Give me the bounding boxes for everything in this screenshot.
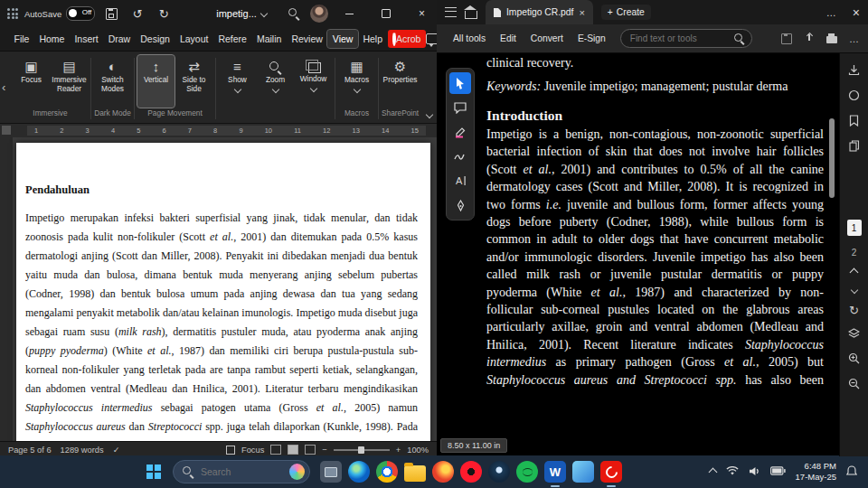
zoom-slider-thumb[interactable] <box>358 446 364 454</box>
pdf-tab[interactable]: Impetigo CR.pdf × <box>486 0 593 24</box>
save-icon[interactable] <box>781 33 792 44</box>
properties-button[interactable]: ⚙Properties <box>382 55 419 108</box>
autosave-switch[interactable]: Off <box>66 6 95 21</box>
start-button[interactable] <box>141 459 166 484</box>
share-upload-icon[interactable] <box>804 33 815 44</box>
taskbar-app-photos[interactable] <box>572 461 594 483</box>
menu-item-design[interactable]: Design <box>136 30 175 48</box>
select-tool[interactable] <box>449 72 471 94</box>
taskbar-search-input[interactable] <box>199 465 284 478</box>
side-to-side-button[interactable]: ⇄Side to Side <box>175 55 212 108</box>
zoom-out-icon[interactable] <box>848 378 860 391</box>
word-count[interactable]: 1289 words <box>61 446 104 455</box>
zoom-level[interactable]: 100% <box>407 446 429 455</box>
battery-icon[interactable] <box>770 466 786 477</box>
undo-button[interactable]: ↺ <box>127 4 147 23</box>
pdf-page-text[interactable]: clinical recovery. Keywords: Juvenile im… <box>486 54 824 389</box>
tab-stop-selector[interactable] <box>2 126 11 135</box>
taskbar-clock[interactable]: 6:48 PM 17-May-25 <box>796 461 836 483</box>
print-layout-icon[interactable] <box>288 445 298 455</box>
menu-item-insert[interactable]: Insert <box>70 30 103 48</box>
comment-tool[interactable] <box>449 97 471 118</box>
taskbar-search[interactable] <box>173 460 310 483</box>
zoom-in-button[interactable]: + <box>396 446 401 455</box>
toolbar-item-convert[interactable]: Convert <box>524 29 571 48</box>
zoom-out-button[interactable]: − <box>322 446 326 455</box>
fill-sign-tool[interactable] <box>449 194 471 216</box>
wifi-icon[interactable] <box>726 466 739 478</box>
ribbon-scroll-left[interactable]: ‹ <box>2 80 5 94</box>
layers-icon[interactable] <box>848 328 860 341</box>
taskbar-app-taskview[interactable] <box>320 461 342 483</box>
menu-item-mailings[interactable]: Mailin <box>251 30 286 48</box>
page-indicator[interactable]: Page 5 of 6 <box>8 446 52 455</box>
taskbar-app-spotify[interactable] <box>516 461 538 483</box>
show-button[interactable]: ≡Show <box>219 55 256 108</box>
current-page-indicator[interactable]: 1 <box>847 220 862 236</box>
hamburger-menu-icon[interactable] <box>445 7 457 17</box>
autosave-toggle[interactable]: AutoSave Off <box>24 6 95 21</box>
tab-close-icon[interactable]: × <box>579 7 584 18</box>
zoom-in-icon[interactable] <box>848 352 860 366</box>
acrobat-close-button[interactable]: × <box>853 5 860 20</box>
add-text-tool[interactable]: A <box>449 170 471 192</box>
volume-icon[interactable] <box>749 466 760 478</box>
web-layout-icon[interactable] <box>305 445 316 455</box>
focus-button[interactable]: ▣Focus <box>13 55 50 108</box>
vertical-ruler[interactable] <box>0 137 13 441</box>
search-button[interactable] <box>284 4 304 23</box>
menu-item-review[interactable]: Review <box>287 30 327 48</box>
ribbon-collapse-icon[interactable] <box>426 111 433 118</box>
taskbar-app-chrome[interactable] <box>376 461 398 483</box>
document-title[interactable]: impetig... <box>216 8 267 19</box>
bookmarks-icon[interactable] <box>849 115 859 128</box>
draw-tool[interactable] <box>449 145 471 167</box>
notifications-bell-icon[interactable] <box>846 465 857 479</box>
download-icon[interactable] <box>848 64 860 78</box>
find-input[interactable] <box>628 33 730 44</box>
minimize-button[interactable] <box>335 0 364 27</box>
taskbar-app-acrobat[interactable] <box>600 461 622 483</box>
find-bar[interactable] <box>620 29 752 48</box>
zoom-slider[interactable] <box>334 449 390 451</box>
chevron-down-icon[interactable] <box>850 286 857 294</box>
vertical-button[interactable]: ↕Vertical <box>137 55 175 108</box>
read-mode-icon[interactable] <box>270 445 281 455</box>
menu-item-help[interactable]: Help <box>358 30 388 48</box>
menu-item-file[interactable]: File <box>9 30 34 48</box>
redo-button[interactable]: ↻ <box>154 4 174 23</box>
menu-item-draw[interactable]: Draw <box>103 30 136 48</box>
search-highlights-icon[interactable] <box>289 464 305 480</box>
switch-modes-button[interactable]: ◐Switch Modes <box>94 55 131 108</box>
refresh-icon[interactable]: ↻ <box>849 305 859 316</box>
pdf-scrollbar[interactable] <box>829 118 835 198</box>
tray-chevron-up-icon[interactable] <box>708 467 717 476</box>
more-options-icon[interactable]: … <box>826 7 836 18</box>
create-button[interactable]: + Create <box>601 5 651 20</box>
highlight-tool[interactable] <box>449 121 471 143</box>
next-page-number[interactable]: 2 <box>852 248 857 258</box>
toolbar-item-esign[interactable]: E-Sign <box>571 29 613 48</box>
app-launcher-icon[interactable] <box>7 8 18 19</box>
print-icon[interactable] <box>826 36 837 43</box>
menu-item-view[interactable]: View <box>327 30 358 48</box>
menu-item-acrobat[interactable]: Acrob <box>388 30 426 48</box>
toolbar-item-all-tools[interactable]: All tools <box>446 29 493 48</box>
taskbar-app-opera[interactable] <box>460 461 482 483</box>
zoom-button[interactable]: Zoom <box>257 55 294 108</box>
menu-item-layout[interactable]: Layout <box>175 30 213 48</box>
user-avatar[interactable] <box>310 5 328 23</box>
ai-assistant-icon[interactable] <box>848 89 860 103</box>
chevron-up-icon[interactable] <box>850 268 859 277</box>
document-page[interactable]: Pendahuluan Impetigo merupakan infeksi b… <box>16 143 430 441</box>
menu-item-home[interactable]: Home <box>34 30 70 48</box>
window-button[interactable]: Window <box>295 55 332 108</box>
taskbar-app-word[interactable]: W <box>544 461 566 483</box>
maximize-button[interactable] <box>371 0 401 27</box>
save-button[interactable] <box>101 4 121 23</box>
taskbar-app-firefox[interactable] <box>432 461 454 483</box>
horizontal-ruler[interactable]: 123456789101112131415 <box>0 124 437 137</box>
page-thumbnails-icon[interactable] <box>849 140 860 154</box>
macros-button[interactable]: ▦Macros <box>338 55 375 108</box>
more-tools-icon[interactable]: … <box>849 33 859 44</box>
